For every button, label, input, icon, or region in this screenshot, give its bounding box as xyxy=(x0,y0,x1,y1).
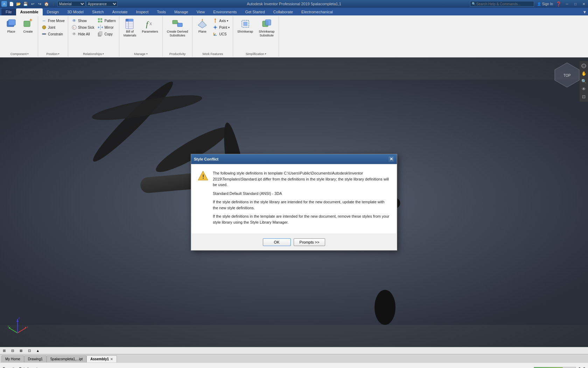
simplification-group-label[interactable]: Simplification ▾ xyxy=(246,52,266,56)
open-button[interactable]: 📂 xyxy=(15,1,22,7)
appearance-dropdown[interactable]: Appearance xyxy=(86,1,118,7)
status-bar: Executing Data Import 6 8 xyxy=(0,362,588,368)
shrinkwrap-substitute-button[interactable]: ShrinkwrapSubstitute xyxy=(257,18,276,38)
hide-all-button[interactable]: 👁 Hide All xyxy=(70,31,96,37)
svg-rect-27 xyxy=(173,20,177,24)
save-button[interactable]: 💾 xyxy=(22,1,29,7)
quick-access-toolbar: 📄 📂 💾 ↩ ↪ 🏠 | Material Appearance xyxy=(8,1,118,7)
ribbon-group-workfeatures: Plane Axis ▾ Point ▾ xyxy=(192,16,233,56)
panel-icon-1[interactable]: ⊞ xyxy=(1,348,7,354)
tab-annotate[interactable]: Annotate xyxy=(108,8,132,15)
title-bar-right: 🔍 👤 Sign In ❓ ─ □ ✕ xyxy=(470,1,587,7)
pattern-button[interactable]: Pattern xyxy=(97,18,117,24)
svg-rect-9 xyxy=(98,18,100,20)
relationships-section: 👁 Show ! Show Sick 👁 Hide All xyxy=(70,18,117,52)
axis-dropdown[interactable]: ▾ xyxy=(227,19,228,22)
show-label: Show xyxy=(78,19,87,23)
shrinkwrap-button[interactable]: Shrinkwrap xyxy=(235,18,255,34)
tab-assemble[interactable]: Assemble xyxy=(16,8,43,15)
show-button[interactable]: 👁 Show xyxy=(70,18,96,24)
axis-button[interactable]: Axis ▾ xyxy=(211,18,231,24)
tab-myhome[interactable]: My Home xyxy=(1,355,24,362)
panel-icon-5[interactable]: ▲ xyxy=(35,348,41,354)
place-button[interactable]: Place xyxy=(4,18,19,34)
dialog-close-button[interactable]: ✕ xyxy=(388,156,394,162)
tab-inspect[interactable]: Inspect xyxy=(132,8,153,15)
free-move-button[interactable]: ↔ Free Move xyxy=(40,18,66,24)
dialog-line1: The following style definitions in templ… xyxy=(213,170,391,188)
close-button[interactable]: ✕ xyxy=(581,1,587,7)
home-button[interactable]: 🏠 xyxy=(43,1,50,7)
component-group-label[interactable]: Component ▾ xyxy=(10,52,29,56)
copy-label: Copy xyxy=(104,32,112,36)
minimize-button[interactable]: ─ xyxy=(564,1,570,7)
dialog-overlay: Style Conflict ✕ ! The following style d… xyxy=(0,57,588,347)
constrain-button[interactable]: Constrain xyxy=(40,31,66,37)
show-sick-icon: ! xyxy=(71,25,77,30)
panel-icon-3[interactable]: ⊠ xyxy=(18,348,24,354)
undo-button[interactable]: ↩ xyxy=(29,1,36,7)
help-icon[interactable]: ❓ xyxy=(556,1,561,7)
tab-sketch[interactable]: Sketch xyxy=(88,8,108,15)
dialog-text-content: The following style definitions in templ… xyxy=(213,170,391,228)
tab-assembly1[interactable]: Assembly1 ✕ xyxy=(86,355,117,362)
tab-environments[interactable]: Environments xyxy=(209,8,241,15)
style-conflict-dialog: Style Conflict ✕ ! The following style d… xyxy=(191,154,397,251)
prompts-button[interactable]: Prompts >> xyxy=(294,238,326,246)
point-dropdown[interactable]: ▾ xyxy=(228,26,230,29)
material-dropdown[interactable]: Material xyxy=(57,1,85,7)
show-icon: 👁 xyxy=(71,18,77,23)
position-group-label[interactable]: Position ▾ xyxy=(46,52,59,56)
bill-of-materials-button[interactable]: Bill ofMaterials xyxy=(121,18,139,38)
shrinkwrap-label: Shrinkwrap xyxy=(237,30,253,34)
ucs-button[interactable]: UCS xyxy=(211,31,231,37)
restore-button[interactable]: □ xyxy=(573,1,578,7)
ribbon-group-component: Place + Create Component ▾ xyxy=(1,16,38,56)
mirror-button[interactable]: Mirror xyxy=(97,24,117,30)
show-sick-button[interactable]: ! Show Sick xyxy=(70,24,96,30)
tab-electromechanical[interactable]: Electromechanical xyxy=(297,8,337,15)
tab-tools[interactable]: Tools xyxy=(153,8,170,15)
tab-drawing1[interactable]: Drawing1 xyxy=(24,355,47,362)
redo-button[interactable]: ↪ xyxy=(36,1,43,7)
status-right: 6 8 xyxy=(534,367,585,368)
joint-button[interactable]: Joint xyxy=(40,24,66,30)
ok-button[interactable]: OK xyxy=(263,238,291,246)
create-derived-button[interactable]: Create DerivedSubstitutes xyxy=(165,18,190,38)
plane-button[interactable]: Plane xyxy=(195,18,210,34)
tab-manage[interactable]: Manage xyxy=(170,8,192,15)
point-button[interactable]: Point ▾ xyxy=(211,24,231,30)
relationships-col1: 👁 Show ! Show Sick 👁 Hide All xyxy=(70,18,96,37)
help-search-input[interactable] xyxy=(476,2,532,6)
assembly1-close[interactable]: ✕ xyxy=(110,357,113,361)
manage-group-label[interactable]: Manage ▾ xyxy=(134,52,148,56)
ribbon-overflow[interactable]: ▾ xyxy=(581,8,588,15)
sign-in-button[interactable]: 👤 Sign In xyxy=(537,2,553,6)
panel-icon-2[interactable]: ⊟ xyxy=(10,348,15,354)
ribbon-tabs: File Assemble Design 3D Model Sketch Ann… xyxy=(0,8,588,15)
relationships-group-label[interactable]: Relationships ▾ xyxy=(83,52,104,56)
tab-3dmodel[interactable]: 3D Model xyxy=(63,8,88,15)
productivity-section: Create DerivedSubstitutes xyxy=(165,18,190,52)
tab-collaborate[interactable]: Collaborate xyxy=(269,8,297,15)
show-sick-label: Show Sick xyxy=(78,26,94,29)
svg-marker-30 xyxy=(198,21,206,28)
copy-button[interactable]: Copy xyxy=(97,31,117,37)
new-button[interactable]: 📄 xyxy=(8,1,15,7)
create-label: Create xyxy=(23,30,33,34)
constrain-icon xyxy=(41,31,47,37)
title-bar: A 📄 📂 💾 ↩ ↪ 🏠 | Material Appearance Auto… xyxy=(0,0,588,8)
svg-point-34 xyxy=(214,26,216,28)
svg-point-6 xyxy=(43,33,45,35)
svg-text:!: ! xyxy=(202,174,204,180)
parameters-label: Parameters xyxy=(142,30,158,34)
assembly1-label: Assembly1 xyxy=(90,357,109,361)
tab-design[interactable]: Design xyxy=(43,8,63,15)
tab-view[interactable]: View xyxy=(192,8,209,15)
tab-5palacompleta[interactable]: 5palacompleta1,...ipt xyxy=(47,355,86,362)
create-button[interactable]: + Create xyxy=(20,18,36,34)
parameters-button[interactable]: f x Parameters xyxy=(140,18,160,34)
panel-icon-4[interactable]: ⊡ xyxy=(27,348,32,354)
tab-getstarted[interactable]: Get Started xyxy=(241,8,269,15)
tab-file[interactable]: File xyxy=(1,8,16,15)
